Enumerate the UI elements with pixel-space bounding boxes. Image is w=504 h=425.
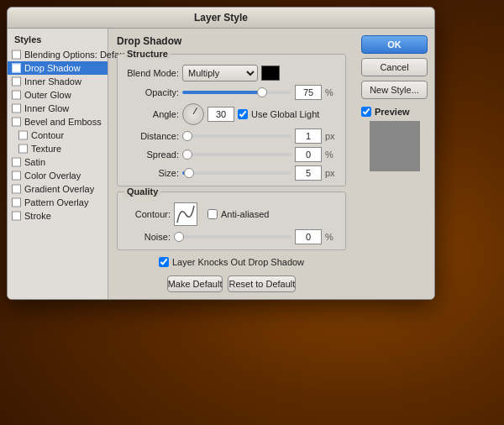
size-slider[interactable] bbox=[182, 171, 291, 175]
sidebar-item-texture[interactable]: Texture bbox=[8, 142, 108, 155]
contour-svg bbox=[176, 204, 196, 224]
gradient-overlay-checkbox[interactable] bbox=[12, 185, 21, 194]
noise-slider-container bbox=[174, 235, 291, 239]
blend-mode-dropdown-wrapper: Multiply Normal Dissolve Darken Color Bu… bbox=[182, 65, 258, 81]
new-style-button[interactable]: New Style... bbox=[361, 81, 428, 99]
sidebar-item-blending-options[interactable]: Blending Options: Default bbox=[8, 48, 108, 61]
size-unit: px bbox=[325, 168, 339, 178]
dialog-body: Styles Blending Options: Default ✓ Drop … bbox=[8, 29, 434, 299]
distance-input[interactable] bbox=[295, 129, 322, 144]
spread-input[interactable] bbox=[295, 147, 322, 162]
layer-knocks-label[interactable]: Layer Knocks Out Drop Shadow bbox=[159, 257, 304, 267]
dialog-overlay: Layer Style Styles Blending Options: Def… bbox=[0, 0, 504, 425]
blend-mode-row: Blend Mode: Multiply Normal Dissolve Dar… bbox=[124, 65, 339, 81]
sidebar-item-gradient-overlay[interactable]: Gradient Overlay bbox=[8, 182, 108, 196]
anti-aliased-checkbox[interactable] bbox=[207, 209, 218, 219]
global-light-label[interactable]: Use Global Light bbox=[238, 109, 319, 119]
inner-glow-label: Inner Glow bbox=[24, 103, 69, 113]
inner-shadow-checkbox[interactable] bbox=[12, 77, 21, 87]
layer-knocks-checkbox[interactable] bbox=[159, 257, 169, 267]
drop-shadow-checkbox[interactable]: ✓ bbox=[12, 64, 21, 73]
spread-row: Spread: % bbox=[124, 147, 339, 162]
preview-label-row[interactable]: Preview bbox=[361, 107, 428, 117]
spread-slider-container bbox=[182, 153, 291, 156]
structure-inner: Blend Mode: Multiply Normal Dissolve Dar… bbox=[124, 60, 339, 181]
pattern-overlay-checkbox[interactable] bbox=[12, 198, 21, 207]
color-overlay-label: Color Overlay bbox=[24, 171, 81, 181]
angle-row: Angle: Use Global Light bbox=[124, 103, 339, 125]
structure-section: Structure Blend Mode: Multiply Normal Di… bbox=[117, 54, 346, 186]
contour-checkbox[interactable] bbox=[18, 131, 28, 140]
color-overlay-checkbox[interactable] bbox=[12, 171, 21, 181]
layer-knocks-text: Layer Knocks Out Drop Shadow bbox=[172, 257, 304, 267]
sidebar-item-drop-shadow[interactable]: ✓ Drop Shadow bbox=[8, 61, 108, 75]
sidebar-item-bevel-emboss[interactable]: Bevel and Emboss bbox=[8, 115, 108, 129]
right-panel: OK Cancel New Style... Preview bbox=[354, 29, 434, 299]
satin-label: Satin bbox=[24, 157, 45, 167]
distance-unit: px bbox=[325, 131, 339, 141]
size-row: Size: px bbox=[124, 165, 339, 181]
noise-input[interactable] bbox=[295, 229, 322, 244]
texture-checkbox[interactable] bbox=[18, 144, 28, 154]
blend-mode-label: Blend Mode: bbox=[124, 68, 179, 78]
blending-options-checkbox[interactable] bbox=[12, 50, 21, 60]
blend-mode-dropdown[interactable]: Multiply Normal Dissolve Darken Color Bu… bbox=[182, 65, 258, 81]
pattern-overlay-label: Pattern Overlay bbox=[24, 197, 88, 207]
opacity-slider[interactable] bbox=[182, 91, 291, 94]
texture-label: Texture bbox=[31, 144, 61, 154]
sidebar-item-stroke[interactable]: Stroke bbox=[8, 209, 108, 223]
noise-row: Noise: % bbox=[124, 229, 339, 244]
layer-knocks-row: Layer Knocks Out Drop Shadow bbox=[117, 257, 346, 267]
sidebar-item-inner-glow[interactable]: Inner Glow bbox=[8, 102, 108, 115]
sidebar-item-inner-shadow[interactable]: Inner Shadow bbox=[8, 75, 108, 88]
contour-preview[interactable] bbox=[174, 202, 197, 226]
outer-glow-label: Outer Glow bbox=[24, 90, 71, 100]
ok-button[interactable]: OK bbox=[361, 35, 428, 54]
main-content: Drop Shadow Structure Blend Mode: Multip… bbox=[108, 29, 354, 299]
noise-slider[interactable] bbox=[174, 235, 291, 239]
bevel-emboss-label: Bevel and Emboss bbox=[24, 117, 102, 127]
section-header: Drop Shadow bbox=[117, 35, 346, 47]
contour-label: Contour: bbox=[124, 209, 171, 219]
sidebar-item-satin[interactable]: Satin bbox=[8, 155, 108, 169]
cancel-button[interactable]: Cancel bbox=[361, 58, 428, 76]
angle-dial[interactable] bbox=[182, 103, 204, 125]
spread-slider[interactable] bbox=[182, 153, 291, 156]
sidebar-item-outer-glow[interactable]: Outer Glow bbox=[8, 88, 108, 102]
global-light-checkbox[interactable] bbox=[238, 109, 248, 119]
stroke-label: Stroke bbox=[24, 211, 51, 221]
stroke-checkbox[interactable] bbox=[12, 212, 21, 221]
make-default-button[interactable]: Make Default bbox=[167, 275, 223, 292]
bevel-emboss-checkbox[interactable] bbox=[12, 118, 21, 127]
styles-panel-title: Styles bbox=[8, 32, 108, 48]
spread-unit: % bbox=[325, 150, 339, 160]
opacity-row: Opacity: % bbox=[124, 85, 339, 100]
distance-slider[interactable] bbox=[182, 134, 291, 138]
dialog-titlebar: Layer Style bbox=[8, 8, 434, 29]
size-input[interactable] bbox=[295, 165, 322, 181]
size-slider-container bbox=[182, 171, 291, 175]
angle-dial-line bbox=[193, 108, 197, 114]
quality-title: Quality bbox=[124, 186, 160, 197]
preview-checkbox[interactable] bbox=[361, 107, 371, 117]
anti-aliased-label[interactable]: Anti-aliased bbox=[207, 209, 269, 219]
opacity-input[interactable] bbox=[295, 85, 322, 100]
reset-default-button[interactable]: Reset to Default bbox=[228, 275, 296, 292]
sidebar-item-contour[interactable]: Contour bbox=[8, 129, 108, 142]
contour-label: Contour bbox=[31, 130, 64, 140]
sidebar-item-color-overlay[interactable]: Color Overlay bbox=[8, 169, 108, 182]
sidebar-item-pattern-overlay[interactable]: Pattern Overlay bbox=[8, 196, 108, 209]
spread-label: Spread: bbox=[124, 150, 179, 160]
preview-text: Preview bbox=[375, 107, 410, 117]
outer-glow-checkbox[interactable] bbox=[12, 91, 21, 100]
distance-slider-container bbox=[182, 134, 291, 138]
blend-mode-color-swatch[interactable] bbox=[261, 66, 280, 81]
distance-row: Distance: px bbox=[124, 129, 339, 144]
inner-shadow-label: Inner Shadow bbox=[24, 76, 81, 87]
distance-label: Distance: bbox=[124, 131, 179, 141]
satin-checkbox[interactable] bbox=[12, 158, 21, 167]
size-label: Size: bbox=[124, 168, 179, 178]
angle-input[interactable] bbox=[207, 107, 234, 122]
inner-glow-checkbox[interactable] bbox=[12, 104, 21, 113]
opacity-slider-container bbox=[182, 91, 291, 94]
